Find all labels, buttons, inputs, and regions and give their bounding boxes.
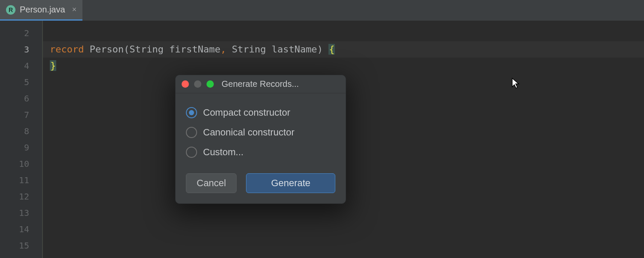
class-name: Person [90,44,124,55]
line-number[interactable]: 15 [0,237,42,254]
generate-button[interactable]: Generate [246,173,335,193]
dialog-body: Compact constructorCanonical constructor… [176,93,346,166]
code-line-3[interactable]: record Person(String firstName, String l… [43,41,644,58]
tab-filename: Person.java [20,5,65,15]
record-file-icon: R [6,5,15,15]
cancel-button[interactable]: Cancel [186,173,237,193]
tab-bar: R Person.java × [0,0,644,21]
line-number-gutter: 23456789101112131415 [0,21,43,258]
line-number[interactable]: 13 [0,205,42,221]
dialog-titlebar[interactable]: Generate Records... [176,75,346,93]
brace-close: } [50,60,56,71]
dialog-title: Generate Records... [222,79,299,89]
line-number[interactable]: 4 [0,58,42,74]
brace-open: { [328,44,335,55]
line-number[interactable]: 3 [0,41,42,58]
line-number[interactable]: 8 [0,123,42,139]
line-number[interactable]: 7 [0,107,42,123]
code-line-14[interactable] [43,221,644,237]
line-number[interactable]: 14 [0,221,42,237]
generate-records-dialog: Generate Records... Compact constructorC… [175,75,346,204]
radio-icon[interactable] [186,127,197,138]
radio-option-2[interactable]: Custom... [186,142,335,162]
code-line-13[interactable] [43,205,644,221]
line-number[interactable]: 2 [0,25,42,41]
code-line-15[interactable] [43,237,644,254]
radio-label: Canonical constructor [203,127,295,138]
line-number[interactable]: 11 [0,172,42,188]
window-controls [182,80,214,88]
minimize-window-icon[interactable] [194,80,201,88]
editor-tab-person[interactable]: R Person.java × [0,0,82,21]
code-line-4[interactable]: } [43,58,644,74]
dialog-footer: Cancel Generate [176,166,346,203]
radio-label: Custom... [203,147,243,158]
radio-icon[interactable] [186,147,197,158]
line-number[interactable]: 9 [0,139,42,156]
line-number[interactable]: 10 [0,156,42,172]
line-number[interactable]: 5 [0,74,42,90]
close-tab-icon[interactable]: × [72,5,77,14]
radio-option-1[interactable]: Canonical constructor [186,123,335,142]
code-line-2[interactable] [43,25,644,41]
line-number[interactable]: 12 [0,188,42,205]
line-number[interactable]: 6 [0,90,42,107]
tab-bar-empty [82,0,644,21]
keyword-record: record [50,44,84,55]
zoom-window-icon[interactable] [207,80,214,88]
close-window-icon[interactable] [182,80,189,88]
radio-label: Compact constructor [203,107,290,118]
radio-icon[interactable] [186,107,197,118]
radio-option-0[interactable]: Compact constructor [186,103,335,123]
